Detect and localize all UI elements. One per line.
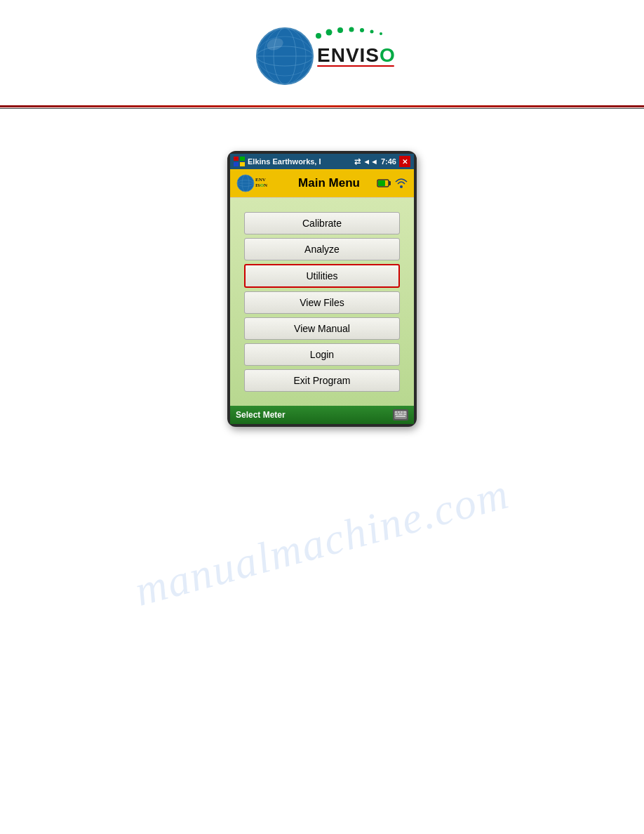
- view-manual-button[interactable]: View Manual: [244, 317, 400, 340]
- svg-rect-18: [240, 157, 245, 161]
- battery-icon: [377, 178, 392, 189]
- svg-point-8: [316, 33, 321, 39]
- calibrate-button[interactable]: Calibrate: [244, 212, 400, 234]
- svg-rect-16: [317, 65, 394, 67]
- svg-rect-33: [395, 411, 397, 413]
- app-header-icons: [377, 177, 408, 190]
- app-logo-small: ENV ISON: [236, 173, 281, 193]
- utilities-button[interactable]: Utilities: [244, 264, 400, 288]
- wm-titlebar-right: ⇄ ◄◄ 7:46 ✕: [354, 156, 410, 167]
- login-button[interactable]: Login: [244, 343, 400, 366]
- exit-program-button[interactable]: Exit Program: [244, 369, 400, 392]
- logo-container: ENVISON: [252, 21, 392, 91]
- svg-rect-39: [403, 413, 406, 415]
- svg-point-11: [349, 27, 354, 32]
- svg-text:ENV: ENV: [255, 177, 266, 183]
- svg-rect-40: [396, 416, 405, 417]
- divider-red: [0, 105, 644, 107]
- main-content: Elkins Earthworks, I ⇄ ◄◄ 7:46 ✕ ENV ISO…: [0, 109, 644, 427]
- windows-flag-icon: [234, 157, 245, 166]
- app-header: ENV ISON Main Menu: [230, 169, 414, 198]
- analyze-button[interactable]: Analyze: [244, 238, 400, 260]
- wm-titlebar: Elkins Earthworks, I ⇄ ◄◄ 7:46 ✕: [230, 154, 414, 169]
- svg-rect-36: [403, 411, 406, 413]
- app-footer: Select Meter: [230, 406, 414, 424]
- svg-rect-19: [234, 162, 239, 166]
- svg-point-10: [337, 27, 343, 33]
- svg-point-31: [400, 185, 403, 188]
- svg-rect-29: [389, 181, 391, 185]
- signal-icon: [394, 177, 408, 190]
- watermark: manualmachine.com: [130, 468, 515, 616]
- svg-rect-38: [398, 413, 403, 415]
- keyboard-glyph: [394, 411, 407, 419]
- titlebar-icons: ⇄ ◄◄: [354, 157, 378, 166]
- svg-point-13: [370, 29, 374, 33]
- svg-text:ENVISON: ENVISON: [317, 44, 396, 66]
- app-body: Calibrate Analyze Utilities View Files V…: [230, 198, 414, 406]
- svg-rect-35: [401, 411, 403, 413]
- footer-label: Select Meter: [236, 410, 286, 420]
- device-frame: Elkins Earthworks, I ⇄ ◄◄ 7:46 ✕ ENV ISO…: [227, 151, 417, 427]
- svg-point-14: [380, 32, 382, 35]
- titlebar-app-name: Elkins Earthworks, I: [248, 157, 321, 166]
- svg-rect-37: [395, 413, 398, 415]
- svg-rect-20: [240, 162, 245, 166]
- page-header: ENVISON: [0, 0, 644, 105]
- view-files-button[interactable]: View Files: [244, 291, 400, 314]
- envision-logo: ENVISON: [248, 23, 396, 90]
- svg-point-12: [360, 28, 364, 32]
- wm-close-button[interactable]: ✕: [399, 156, 410, 167]
- svg-rect-30: [378, 180, 385, 186]
- keyboard-icon[interactable]: [393, 409, 408, 421]
- svg-text:ISON: ISON: [255, 183, 267, 188]
- svg-rect-34: [398, 411, 400, 413]
- svg-point-9: [326, 29, 333, 35]
- app-main-title: Main Menu: [281, 176, 377, 190]
- titlebar-time: 7:46: [381, 157, 396, 166]
- svg-rect-17: [234, 157, 239, 161]
- wm-titlebar-left: Elkins Earthworks, I: [234, 157, 321, 166]
